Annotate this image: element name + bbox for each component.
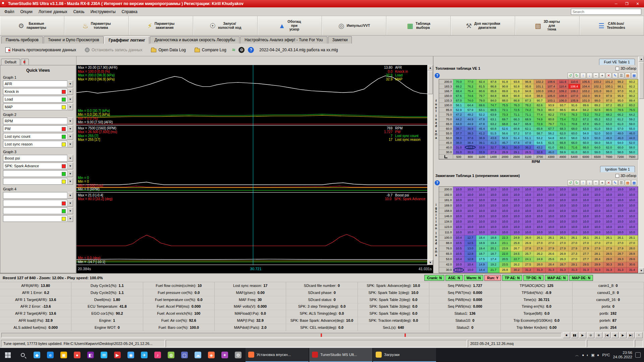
ve-cell[interactable]: 72.2	[569, 117, 580, 122]
ve-tool-icon-3[interactable]: ↓	[587, 73, 592, 78]
ign-cell[interactable]: 26.9	[523, 241, 534, 246]
ign-cell[interactable]: 28.7	[615, 251, 626, 257]
ve-cell[interactable]: 91.6	[569, 103, 580, 108]
ign-cell[interactable]: 31.3	[603, 267, 615, 273]
ve-cell[interactable]: 72.1	[499, 108, 511, 112]
ign-cell[interactable]: 12.8	[465, 251, 476, 257]
ve-cell[interactable]: 72.5	[511, 108, 522, 112]
graph-3-canvas[interactable]: Max = 21.0 [-0.4]Max = 80.0 [33.2] (deg)…	[76, 193, 427, 265]
ve-cell[interactable]: 76.3	[569, 112, 580, 117]
ve-cell[interactable]: 89.2	[592, 103, 603, 108]
ign-cell[interactable]: 18.4	[476, 235, 488, 241]
ign-cell[interactable]: 10.0	[465, 208, 476, 214]
ve-cell[interactable]: 88.8	[499, 94, 511, 98]
ve-tool-icon-1[interactable]: ↻	[574, 73, 580, 78]
ve-cell[interactable]: 39.1	[476, 140, 488, 145]
channel-select[interactable]: SPK: Spark Advance	[3, 163, 67, 169]
ve-cell[interactable]: 77.0	[465, 79, 476, 84]
ign-cell[interactable]: 30.5	[615, 262, 626, 267]
sidebar-tab-default[interactable]: Default	[1, 59, 20, 65]
ve-cell[interactable]: 69.1	[557, 145, 569, 150]
ve-cell[interactable]: 70.2	[592, 112, 603, 117]
scroll-down-arrow[interactable]: ▼	[428, 260, 433, 265]
ign-cell[interactable]: 10.0	[603, 208, 615, 214]
ve-cell[interactable]: 38.0	[453, 140, 465, 145]
ign-tool-icon-2[interactable]: ↑	[580, 180, 586, 186]
ign-cell[interactable]: 24.5	[511, 251, 522, 257]
ve-cell[interactable]: 78.5	[615, 108, 626, 112]
ve-cell[interactable]: 74.6	[465, 94, 476, 98]
channel-select[interactable]	[3, 215, 67, 222]
ve-cell[interactable]: 43.2	[534, 145, 545, 150]
ve-cell[interactable]: 52.9	[453, 108, 465, 112]
ign-cell[interactable]: 10.0	[499, 214, 511, 219]
ve-cell[interactable]: 53.2	[534, 136, 545, 140]
ign-cell[interactable]: 23.5	[499, 262, 511, 267]
ve-cell[interactable]: 93.9	[546, 103, 557, 108]
ign-cell[interactable]: 10.0	[534, 224, 545, 230]
ve-cell[interactable]: 36.0	[511, 145, 522, 150]
ve-cell[interactable]: 74.2	[523, 108, 534, 112]
ign-cell[interactable]: 10.0	[488, 203, 499, 208]
ign-cell[interactable]: 10.0	[546, 214, 557, 219]
ve-cell[interactable]: 59.0	[627, 122, 638, 126]
ign-cell[interactable]: 10.0	[523, 230, 534, 235]
ve-cell[interactable]: 71.1	[511, 112, 522, 117]
ign-cell[interactable]: 27.0	[580, 241, 592, 246]
ve-cell[interactable]: 48.0	[603, 136, 615, 140]
ign-cell[interactable]: 29.0	[603, 257, 615, 262]
ve-cell[interactable]: 51.5	[488, 131, 499, 136]
skip-start-button[interactable]: |◀	[603, 332, 610, 338]
ign-cell[interactable]: 10.0	[627, 208, 638, 214]
ve-cell[interactable]: 46.7	[499, 140, 511, 145]
chevron-down-icon[interactable]: ▼	[67, 104, 73, 110]
ve-cell[interactable]: 58.0	[615, 150, 626, 155]
toolbar-button-accel-enrich[interactable]: ▲Обогащ при ускор	[258, 16, 322, 35]
ve-cell[interactable]: 79.7	[476, 94, 488, 98]
scroll-down-arrow[interactable]: ▼	[639, 268, 644, 273]
ve-cell[interactable]: 66.0	[580, 145, 592, 150]
tray-icon-2[interactable]: ◐	[587, 353, 589, 357]
ve-cell[interactable]: 36.2	[523, 145, 534, 150]
ve-cell[interactable]: 67.6	[453, 94, 465, 98]
ve-cell[interactable]: 108.6	[546, 79, 557, 84]
ign-cell[interactable]: 10.0	[453, 197, 465, 203]
ign-cell[interactable]: 10.0	[580, 208, 592, 214]
ign-cell[interactable]: 10.0	[453, 267, 465, 273]
search-input[interactable]	[571, 9, 641, 15]
ve-cell[interactable]: 103.2	[592, 79, 603, 84]
ign-cell[interactable]: 24.9	[511, 235, 522, 241]
ign-cell[interactable]: 10.0	[453, 203, 465, 208]
ign-cell[interactable]: 26.2	[534, 251, 545, 257]
ve-cell[interactable]: 60.0	[615, 145, 626, 150]
ign-cell[interactable]: 26.0	[523, 235, 534, 241]
taskbar-task-3[interactable]: Загрузки	[373, 348, 436, 362]
ign-cell[interactable]: 10.0	[499, 197, 511, 203]
ign-cell[interactable]: 10.0	[569, 208, 580, 214]
ign-cell[interactable]: 10.0	[465, 187, 476, 192]
toolbar-button-ignition-settings[interactable]: ⚡Параметры зажигания	[129, 16, 193, 35]
ign-cell[interactable]: 28.7	[557, 262, 569, 267]
compare-log-button[interactable]: Compare Log	[192, 46, 229, 54]
tab-tune-dyno-views[interactable]: Тюнинг и Dyno Просмотров	[44, 36, 104, 44]
ign-cell[interactable]: 18.7	[476, 251, 488, 257]
ve-cell[interactable]: 38.7	[453, 126, 465, 131]
ign-cell[interactable]: 31.3	[592, 267, 603, 273]
ve-cell[interactable]: 89.4	[627, 98, 638, 103]
chevron-down-icon[interactable]: ▼	[67, 200, 73, 206]
ve-cell[interactable]: 73.3	[499, 112, 511, 117]
ign-cell[interactable]: 10.0	[569, 192, 580, 197]
ve-cell[interactable]: 32.7	[488, 145, 499, 150]
ign-cell[interactable]: 26.6	[546, 251, 557, 257]
checkbox-icon[interactable]	[615, 174, 619, 178]
ign-cell[interactable]: 10.0	[523, 187, 534, 192]
ign-cell[interactable]: 10.0	[592, 187, 603, 192]
ve-cell[interactable]: 64.7	[511, 122, 522, 126]
ve-cell[interactable]: 61.0	[592, 126, 603, 131]
ign-cell[interactable]: 10.0	[569, 203, 580, 208]
ign-cell[interactable]: 31.3	[546, 267, 557, 273]
channel-select[interactable]: MAP	[3, 104, 67, 110]
ve-cell[interactable]: 82.5	[592, 108, 603, 112]
ve-cell[interactable]: 61.5	[546, 140, 557, 145]
ve-cell[interactable]: 44.0	[627, 136, 638, 140]
